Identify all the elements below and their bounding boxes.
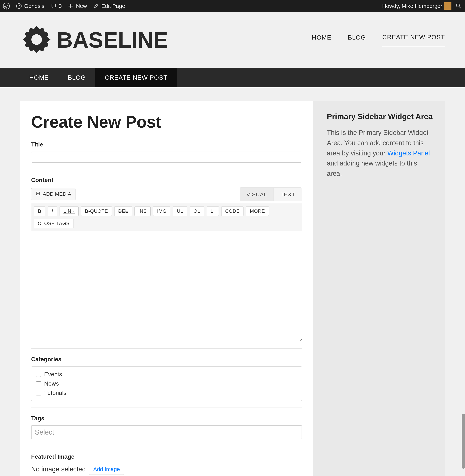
- search-icon: [455, 3, 462, 10]
- field-categories: Categories Events News Tutorials: [31, 356, 302, 408]
- qt-code[interactable]: CODE: [221, 206, 243, 216]
- dashboard-icon: [15, 3, 22, 10]
- site-name-label: Genesis: [24, 3, 44, 9]
- qt-bquote[interactable]: B-QUOTE: [81, 206, 112, 216]
- tab-text[interactable]: TEXT: [274, 187, 302, 201]
- qt-ol[interactable]: OL: [190, 206, 204, 216]
- sidebar-text-2: and adding new widgets to this area.: [327, 160, 417, 177]
- sidebar-description: This is the Primary Sidebar Widget Area.…: [327, 128, 434, 179]
- content-label: Content: [31, 177, 302, 183]
- widgets-panel-link[interactable]: Widgets Panel: [387, 149, 430, 157]
- nav-primary: HOME BLOG CREATE NEW POST: [312, 33, 445, 46]
- main-content: Create New Post Title Content ADD MEDIA: [20, 101, 313, 476]
- site-name-menu[interactable]: Genesis: [15, 3, 44, 10]
- edit-page-label: Edit Page: [101, 3, 125, 9]
- my-account-menu[interactable]: Howdy, Mike Hemberger: [382, 2, 451, 10]
- plus-icon: [67, 3, 74, 10]
- wp-logo-menu[interactable]: [3, 3, 10, 10]
- primary-sidebar: Primary Sidebar Widget Area This is the …: [313, 101, 445, 476]
- no-image-text: No image selected: [31, 465, 86, 473]
- tags-select[interactable]: Select: [31, 425, 302, 439]
- avatar: [444, 2, 451, 10]
- site-logo[interactable]: BASELINE: [20, 23, 168, 57]
- category-label: News: [44, 380, 59, 387]
- qt-more[interactable]: MORE: [246, 206, 269, 216]
- category-events[interactable]: Events: [36, 371, 297, 378]
- qt-close[interactable]: CLOSE TAGS: [34, 219, 74, 228]
- qt-li[interactable]: LI: [207, 206, 219, 216]
- nav2-home[interactable]: HOME: [20, 68, 58, 87]
- page-title: Create New Post: [31, 114, 302, 130]
- pencil-icon: [93, 3, 99, 10]
- tab-visual[interactable]: VISUAL: [240, 187, 274, 201]
- nav2-create-new-post[interactable]: CREATE NEW POST: [95, 68, 177, 87]
- editor-tabs: VISUAL TEXT: [240, 187, 302, 201]
- qt-del[interactable]: DEL: [114, 206, 132, 216]
- new-label: New: [76, 3, 87, 9]
- qt-link[interactable]: LINK: [60, 206, 79, 216]
- field-featured-image: Featured Image No image selected Add Ima…: [31, 453, 302, 476]
- tags-label: Tags: [31, 415, 302, 422]
- category-label: Tutorials: [44, 390, 66, 396]
- category-news-checkbox[interactable]: [36, 381, 41, 386]
- editor: ADD MEDIA VISUAL TEXT B I LINK B-QUOTE D…: [31, 187, 302, 342]
- content-textarea[interactable]: [31, 231, 302, 341]
- title-label: Title: [31, 141, 302, 148]
- admin-bar-right: Howdy, Mike Hemberger: [382, 2, 462, 10]
- gear-icon: [20, 23, 53, 57]
- greeting-text: Howdy, Mike Hemberger: [382, 3, 442, 9]
- add-media-button[interactable]: ADD MEDIA: [31, 188, 75, 200]
- category-tutorials-checkbox[interactable]: [36, 391, 41, 395]
- editor-topbar: ADD MEDIA VISUAL TEXT: [31, 187, 302, 201]
- nav-secondary: HOME BLOG CREATE NEW POST: [0, 68, 465, 87]
- qt-img[interactable]: IMG: [153, 206, 170, 216]
- category-news[interactable]: News: [36, 380, 297, 387]
- nav2-blog[interactable]: BLOG: [58, 68, 95, 87]
- new-content-menu[interactable]: New: [67, 3, 87, 10]
- site-header: BASELINE HOME BLOG CREATE NEW POST: [0, 12, 465, 68]
- logo-text: BASELINE: [57, 27, 168, 52]
- categories-list: Events News Tutorials: [31, 366, 302, 401]
- featured-label: Featured Image: [31, 453, 302, 460]
- content-wrap: Create New Post Title Content ADD MEDIA: [0, 87, 465, 476]
- edit-page-menu[interactable]: Edit Page: [93, 3, 125, 10]
- sidebar-title: Primary Sidebar Widget Area: [327, 112, 434, 121]
- search-toggle[interactable]: [455, 3, 462, 10]
- wp-admin-bar: Genesis 0 New Edit Page Howdy, Mike Hemb…: [0, 0, 465, 12]
- title-input[interactable]: [31, 152, 302, 162]
- quicktags-toolbar: B I LINK B-QUOTE DEL INS IMG UL OL LI CO…: [31, 203, 302, 231]
- category-label: Events: [44, 371, 62, 378]
- category-events-checkbox[interactable]: [36, 372, 41, 377]
- nav-blog[interactable]: BLOG: [348, 34, 366, 46]
- admin-bar-left: Genesis 0 New Edit Page: [3, 3, 125, 10]
- media-icon: [35, 191, 41, 197]
- category-tutorials[interactable]: Tutorials: [36, 390, 297, 396]
- add-media-text: ADD MEDIA: [43, 191, 71, 197]
- field-title: Title: [31, 141, 302, 169]
- featured-image-row: No image selected Add Image: [31, 464, 302, 475]
- field-tags: Tags Select: [31, 415, 302, 446]
- nav-home[interactable]: HOME: [312, 34, 331, 46]
- svg-point-3: [31, 34, 42, 45]
- nav-create-new-post[interactable]: CREATE NEW POST: [382, 33, 445, 46]
- scrollbar[interactable]: [462, 414, 465, 469]
- qt-ins[interactable]: INS: [135, 206, 151, 216]
- qt-bold[interactable]: B: [34, 206, 45, 216]
- svg-point-2: [456, 4, 459, 7]
- wordpress-icon: [3, 3, 10, 10]
- field-content: Content ADD MEDIA VISUAL TEXT B: [31, 177, 302, 349]
- qt-ul[interactable]: UL: [173, 206, 187, 216]
- categories-label: Categories: [31, 356, 302, 363]
- qt-italic[interactable]: I: [48, 206, 57, 216]
- comments-menu[interactable]: 0: [50, 3, 62, 10]
- comment-icon: [50, 3, 57, 10]
- comments-count: 0: [59, 3, 62, 9]
- add-image-button[interactable]: Add Image: [89, 464, 124, 475]
